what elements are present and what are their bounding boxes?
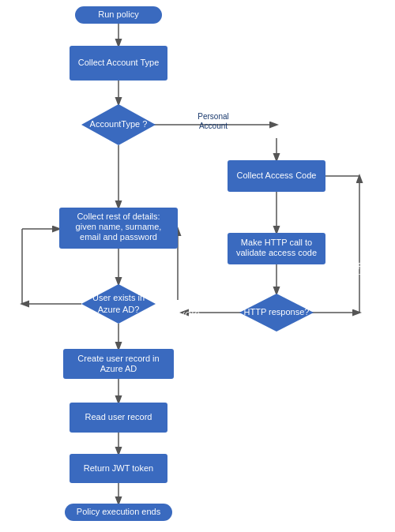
http409-label2: (Conflict) [343, 271, 378, 280]
http200-label2: (OK) [182, 310, 200, 320]
collect-access-code-node: Collect Access Code [228, 160, 325, 192]
make-http-label2: validate access code [236, 248, 317, 257]
user-exists-diamond: User exists in Azure AD? [81, 284, 156, 324]
collect-account-type-label: Collect Account Type [78, 58, 160, 67]
return-jwt-label: Return JWT token [84, 463, 153, 473]
http409-label: HTTP 409 [340, 261, 380, 271]
account-type-diamond: AccountType ? [81, 104, 156, 145]
policy-ends-label: Policy execution ends [77, 507, 161, 516]
yes-label: Yes [6, 263, 21, 272]
read-user-label: Read user record [85, 412, 152, 421]
personal-account-label2: Account [199, 122, 228, 130]
create-user-label: Create user record in [77, 354, 159, 363]
http-response-diamond: HTTP response? [239, 294, 314, 332]
make-http-call-node: Make HTTP call to validate access code [228, 233, 325, 264]
collect-rest-label2: given name, surname, [76, 222, 162, 231]
collect-access-code-label: Collect Access Code [237, 170, 317, 180]
http-response-label: HTTP response? [244, 307, 310, 317]
no-label: No [125, 334, 136, 343]
collect-rest-label: Collect rest of details: [77, 212, 160, 221]
contoso-label2: Account [54, 179, 85, 189]
return-jwt-node: Return JWT token [70, 454, 167, 483]
collect-account-type-node: Collect Account Type [70, 46, 167, 81]
make-http-label: Make HTTP call to [241, 238, 312, 247]
policy-ends-node: Policy execution ends [65, 504, 172, 521]
run-policy-node: Run policy [75, 6, 162, 24]
collect-rest-label3: email and password [80, 232, 157, 242]
account-type-label: AccountType ? [90, 119, 148, 129]
personal-account-label: Personal [198, 112, 228, 121]
collect-rest-node: Collect rest of details: given name, sur… [59, 208, 178, 249]
run-policy-label: Run policy [98, 9, 139, 19]
create-user-node: Create user record in Azure AD [63, 349, 174, 379]
create-user-label2: Azure AD [100, 364, 137, 373]
read-user-node: Read user record [70, 403, 167, 433]
http200-label: HTTP 200 [171, 301, 211, 310]
user-exists-label: User exists in [92, 293, 145, 302]
user-exists-label2: Azure AD? [98, 305, 140, 314]
contoso-label: Contoso Employee [33, 170, 107, 179]
